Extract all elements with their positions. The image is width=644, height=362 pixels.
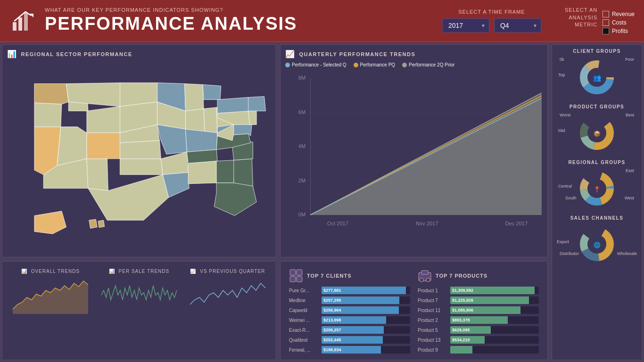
svg-marker-19 [120,140,161,159]
legend-selected-q: Performance - Selected Q [285,62,347,67]
product-bar: $534,210 [450,336,485,344]
vs-previous-trends: 📈 VS PREVIOUS QUARTER [184,266,271,355]
top7-product-row: Product 9 [418,346,539,354]
regional-groups-section: REGIONAL GROUPS 📍 Central South East Wes… [556,160,638,210]
client-bar-bg: $277,881 [322,287,410,294]
overall-trend-chart [9,276,91,314]
svg-marker-44 [248,111,256,124]
trend-section: 📊 OVERALL TRENDS 📊 PER SALE TRENDS [7,266,271,355]
client-bar-bg: $213,998 [322,316,410,324]
metric-profits-label: Profits [612,28,628,34]
regional-label-west: West [625,196,634,200]
sales-channels-section: SALES CHANNELS 🌐 Export Distributor Whol… [556,215,638,265]
product-bar: $893,378 [450,316,508,324]
year-dropdown-wrapper[interactable]: 2015 2016 2017 2018 [442,18,489,33]
svg-marker-47 [89,219,97,228]
client-name: Exact-R... [289,328,320,333]
svg-text:4M: 4M [298,143,305,149]
client-bar: $277,881 [322,287,406,294]
svg-point-97 [420,278,423,282]
trends-panel: 📊 OVERALL TRENDS 📊 PER SALE TRENDS [2,261,276,360]
client-label-top: Top [558,73,565,77]
svg-marker-11 [87,107,120,133]
product-bar-bg [450,346,539,354]
top7-product-row: Product 7 $1,225,826 [418,296,539,304]
overall-label: 📊 OVERALL TRENDS [9,269,91,274]
svg-marker-35 [216,160,235,183]
quarter-dropdown[interactable]: Q1 Q2 Q3 Q4 [494,18,541,33]
product-bar-bg: $534,210 [450,336,539,344]
title-block: WHAT ARE OUR KEY PERFORMANCE INDICATORS … [45,7,442,34]
svg-marker-6 [34,103,62,127]
metric-profits[interactable]: Profits [603,28,635,34]
top7-products-title: TOP 7 PRODUCTS [436,273,487,279]
year-dropdown[interactable]: 2015 2016 2017 2018 [442,18,489,33]
sales-label-distributor: Distributor [560,251,579,256]
top7-container: TOP 7 CLIENTS Pure Gr... $277,881 Medlin… [285,266,543,355]
svg-text:2M: 2M [298,178,305,183]
legend-pq: Performance PQ [354,62,395,67]
product-name: Product 13 [418,337,448,343]
regional-icon: 📊 [7,49,17,58]
svg-rect-95 [297,276,302,282]
regional-groups-donut: 📍 Central South East West [556,167,638,210]
top7-product-row: Product 2 $893,378 [418,316,539,324]
client-bar-bg: $202,445 [322,336,410,344]
product-name: Product 11 [418,308,448,313]
products-icon [418,269,432,283]
metric-costs[interactable]: Costs [603,19,635,26]
product-label-mid: Mid [558,128,565,133]
svg-marker-5 [34,84,68,104]
svg-text:🌐: 🌐 [594,241,601,248]
right-panel: CLIENT GROUPS 👥 Poor Top 0k PRODUC [552,44,642,360]
client-bar: $256,964 [322,306,399,314]
client-bar-bg: $196,934 [322,346,410,354]
svg-marker-91 [13,281,88,314]
client-name: Pure Gr... [289,288,320,293]
product-name: Product 9 [418,347,448,353]
client-bar: $257,295 [322,296,399,304]
products-rows: Product 1 $1,309,582 Product 7 $1,225,82… [418,287,539,354]
product-groups-section: PRODUCT GROUPS 📦 Worst Mid Best [556,104,638,154]
svg-rect-2 [24,13,28,31]
top7-product-row: Product 11 $1,085,806 [418,306,539,314]
sales-label-wholesale: Wholesale [617,251,637,256]
quarterly-chart: 8M 6M 4M 2M 0M [285,71,543,241]
product-bar: $1,085,806 [450,306,520,314]
product-bar: $1,309,582 [450,287,535,294]
us-map [7,62,271,251]
chart-legend: Performance - Selected Q Performance PQ … [285,62,543,67]
vs-prev-chart [187,276,269,314]
top7-client-row: Exact-R... $206,257 [289,326,410,334]
header-title: PERFORMANCE ANALYSIS [45,14,442,34]
top7-client-row: Pure Gr... $277,881 [289,287,410,294]
quarter-dropdown-wrapper[interactable]: Q1 Q2 Q3 Q4 [494,18,541,33]
metric-revenue[interactable]: Revenue [603,11,635,17]
product-bar-bg: $1,309,582 [450,287,539,294]
regional-label-central: Central [558,184,572,189]
client-bar-bg: $206,257 [322,326,410,334]
client-groups-donut: 👥 Poor Top 0k [556,56,638,99]
top7-product-row: Product 13 $534,210 [418,336,539,344]
product-groups-donut: 📦 Worst Mid Best [556,112,638,154]
client-bar: $206,257 [322,326,384,334]
metric-box-costs [603,19,609,26]
top7-client-row: Capweld $256,964 [289,306,410,314]
per-sale-label: 📊 PER SALE TRENDS [98,269,180,274]
svg-marker-43 [217,97,250,113]
metric-box-profits [603,28,609,34]
svg-text:📍: 📍 [594,186,601,193]
regional-title: 📊 REGIONAL SECTOR PERFORMANCE [7,49,271,58]
map-container [7,62,271,251]
client-name: Medline [289,298,320,303]
product-name: Product 7 [418,298,448,303]
product-bar [450,346,472,354]
main-content: 📊 REGIONAL SECTOR PERFORMANCE [0,42,644,362]
legend-dot-2q [402,63,407,67]
client-bar-bg: $257,295 [322,296,410,304]
product-bar: $629,095 [450,326,491,334]
svg-marker-34 [188,161,217,184]
timeframe-label: SELECT A TIME FRAME [458,9,525,15]
svg-marker-36 [234,159,253,188]
client-name: Weimei ... [289,318,320,323]
